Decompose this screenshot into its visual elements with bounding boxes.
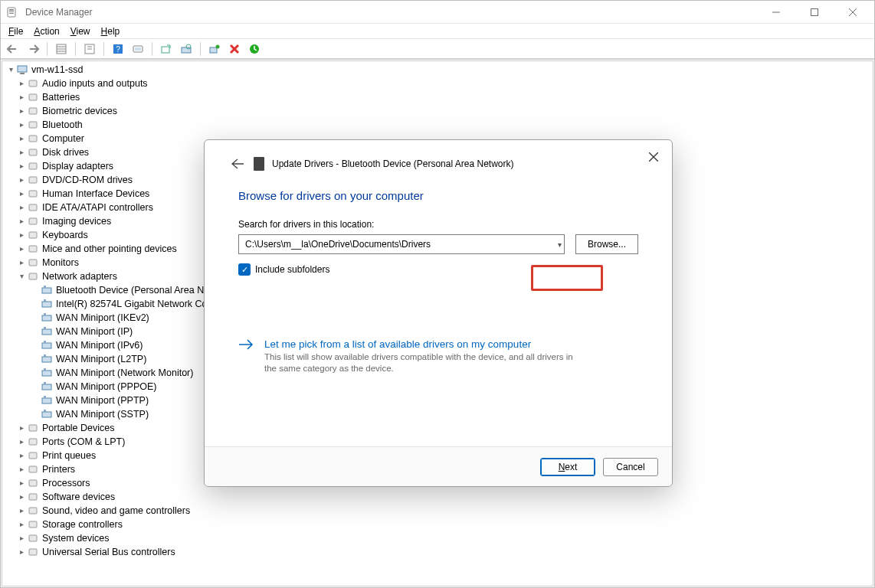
nav-forward-button[interactable] (25, 41, 41, 57)
tree-label: WAN Miniport (SSTP) (56, 407, 149, 421)
caret-right-icon: ▸ (16, 490, 27, 504)
svg-rect-36 (29, 177, 37, 183)
help-button[interactable]: ? (110, 41, 126, 57)
svg-rect-32 (29, 122, 37, 128)
tree-category[interactable]: ▸Sound, video and game controllers (2, 504, 873, 518)
tree-label: Batteries (42, 90, 80, 104)
tree-label: Keyboards (42, 228, 88, 242)
menu-view[interactable]: View (70, 26, 90, 37)
tree-label: Printers (42, 462, 75, 476)
svg-rect-3 (9, 13, 14, 14)
svg-rect-39 (29, 218, 37, 224)
caret-right-icon: ▸ (16, 132, 27, 145)
network-adapter-icon (41, 394, 53, 407)
caret-right-icon: ▸ (16, 159, 27, 173)
tree-label: Human Interface Devices (42, 187, 149, 201)
menu-action[interactable]: Action (34, 26, 59, 37)
close-button[interactable] (836, 1, 870, 24)
svg-rect-20 (182, 47, 191, 53)
svg-rect-66 (29, 452, 37, 459)
tree-category[interactable]: ▸Software devices (2, 490, 873, 504)
device-category-icon (27, 146, 39, 158)
device-category-icon (27, 436, 39, 448)
svg-rect-58 (42, 384, 51, 390)
tree-category[interactable]: ▸Bluetooth (2, 118, 873, 132)
tree-label: Storage controllers (42, 518, 123, 531)
device-category-icon (27, 201, 39, 214)
minimize-button[interactable] (759, 1, 793, 24)
uninstall-button[interactable] (227, 41, 242, 57)
network-adapter-icon (41, 339, 53, 351)
svg-rect-59 (44, 382, 46, 384)
nav-back-button[interactable] (5, 41, 21, 57)
svg-rect-53 (44, 341, 46, 343)
svg-rect-42 (29, 260, 37, 266)
tree-label: Universal Serial Bus controllers (42, 545, 175, 559)
tree-label: Bluetooth (42, 118, 83, 132)
svg-rect-64 (29, 425, 37, 431)
computer-icon (16, 64, 28, 76)
caret-right-icon: ▸ (16, 90, 27, 104)
scan-changes-button[interactable] (179, 41, 194, 57)
tree-label: Processors (42, 476, 90, 490)
next-button[interactable]: Next (540, 458, 595, 476)
update-driver-button[interactable] (159, 41, 174, 57)
svg-rect-72 (29, 535, 37, 541)
svg-rect-45 (44, 286, 46, 288)
device-category-icon (27, 477, 39, 489)
caret-right-icon: ▸ (16, 77, 27, 90)
properties-button[interactable] (82, 41, 97, 57)
svg-rect-51 (44, 327, 46, 329)
show-hide-tree-button[interactable] (54, 41, 69, 57)
svg-rect-40 (29, 232, 37, 238)
svg-rect-70 (29, 508, 37, 514)
scan-hardware-button[interactable] (130, 41, 146, 57)
caret-right-icon: ▸ (16, 242, 27, 256)
caret-right-icon: ▸ (16, 228, 27, 242)
pick-heading: Let me pick from a list of available dri… (264, 338, 638, 350)
svg-rect-63 (44, 410, 46, 412)
tree-category[interactable]: ▸Universal Serial Bus controllers (2, 545, 873, 559)
dialog-back-button[interactable] (229, 155, 246, 172)
driver-path-input[interactable] (238, 234, 565, 254)
enable-device-button[interactable] (247, 41, 262, 57)
browse-button[interactable]: Browse... (575, 234, 638, 254)
device-category-icon (27, 532, 39, 544)
dialog-close-button[interactable] (643, 146, 664, 168)
tree-category[interactable]: ▸Batteries (2, 90, 873, 104)
tree-label: Ports (COM & LPT) (42, 435, 125, 449)
menu-help[interactable]: Help (101, 26, 120, 37)
cancel-button[interactable]: Cancel (603, 458, 658, 476)
caret-right-icon: ▸ (16, 214, 27, 228)
add-legacy-button[interactable] (207, 41, 222, 57)
svg-rect-1 (9, 9, 14, 11)
menu-file[interactable]: File (8, 26, 23, 37)
caret-right-icon: ▸ (16, 421, 27, 435)
svg-rect-41 (29, 246, 37, 252)
tree-category[interactable]: ▸Storage controllers (2, 518, 873, 531)
caret-right-icon: ▸ (16, 118, 27, 132)
network-adapter-icon (41, 312, 53, 324)
tree-root[interactable]: ▾vm-w11-ssd (2, 63, 873, 77)
svg-rect-19 (162, 47, 169, 53)
tree-category[interactable]: ▸System devices (2, 531, 873, 545)
network-adapter-icon (41, 408, 53, 420)
caret-right-icon: ▸ (16, 462, 27, 476)
tree-category[interactable]: ▸Biometric devices (2, 104, 873, 118)
tree-label: WAN Miniport (IPv6) (56, 338, 143, 352)
tree-label: Monitors (42, 256, 79, 270)
tree-label: Software devices (42, 490, 115, 504)
device-category-icon (27, 256, 39, 269)
caret-right-icon: ▸ (16, 476, 27, 490)
include-subfolders-checkbox[interactable]: ✓ Include subfolders (238, 263, 638, 276)
device-category-icon (27, 463, 39, 475)
tree-category[interactable]: ▸Audio inputs and outputs (2, 77, 873, 90)
checkbox-checked-icon: ✓ (238, 263, 251, 276)
svg-rect-71 (29, 521, 37, 528)
maximize-button[interactable] (798, 1, 831, 24)
pick-from-list-link[interactable]: Let me pick from a list of available dri… (238, 338, 638, 374)
network-adapter-icon (41, 367, 53, 379)
device-category-icon (27, 518, 39, 531)
svg-rect-55 (44, 354, 46, 357)
device-category-icon (27, 91, 39, 103)
